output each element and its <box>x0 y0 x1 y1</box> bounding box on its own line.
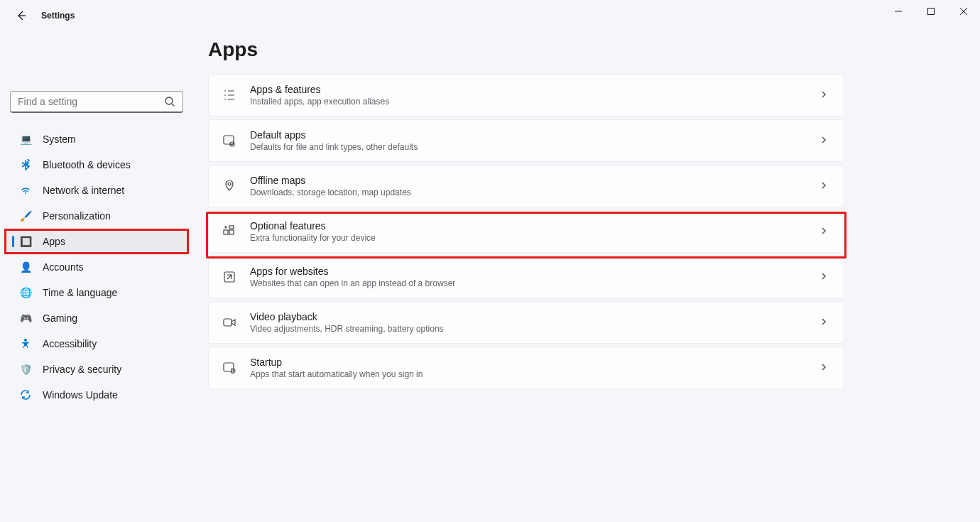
panel-startup[interactable]: StartupApps that start automatically whe… <box>208 347 844 389</box>
sidebar-item-icon: 🔲 <box>18 234 33 249</box>
settings-panel-list: Apps & featuresInstalled apps, app execu… <box>208 74 844 392</box>
panel-description: Defaults for file and link types, other … <box>250 141 418 153</box>
sidebar-item-gaming[interactable]: 🎮Gaming <box>4 305 189 331</box>
panel-apps-features[interactable]: Apps & featuresInstalled apps, app execu… <box>208 74 844 116</box>
chevron-right-icon <box>820 271 828 283</box>
sidebar-item-label: Network & internet <box>43 185 124 196</box>
svg-point-5 <box>228 183 231 185</box>
chevron-right-icon <box>820 361 828 374</box>
video-playback-icon <box>222 315 237 330</box>
apps-features-icon <box>222 87 237 103</box>
sidebar-item-accessibility[interactable]: Accessibility <box>4 331 189 357</box>
chevron-right-icon <box>820 225 828 238</box>
panel-description: Apps that start automatically when you s… <box>250 369 423 380</box>
panel-text: StartupApps that start automatically whe… <box>250 356 423 380</box>
offline-maps-icon <box>222 178 237 194</box>
panel-offline-maps[interactable]: Offline mapsDownloads, storage location,… <box>208 165 844 207</box>
startup-icon <box>222 360 237 376</box>
panel-text: Optional featuresExtra functionality for… <box>250 219 376 244</box>
panel-text: Offline mapsDownloads, storage location,… <box>250 174 411 198</box>
minimize-button[interactable] <box>882 0 915 23</box>
panel-text: Apps for websitesWebsites that can open … <box>250 265 455 289</box>
sidebar-nav: 💻SystemBluetooth & devicesNetwork & inte… <box>4 126 189 408</box>
window-controls <box>882 0 980 23</box>
optional-features-icon <box>222 224 237 239</box>
sidebar-item-bluetooth-devices[interactable]: Bluetooth & devices <box>4 152 189 178</box>
svg-point-2 <box>24 339 27 342</box>
panel-description: Downloads, storage location, map updates <box>250 187 411 198</box>
page-title: Apps <box>208 38 258 61</box>
panel-title: Default apps <box>250 129 418 141</box>
apps-websites-icon <box>222 269 237 285</box>
panel-title: Video playback <box>250 310 444 323</box>
sidebar-item-privacy-security[interactable]: 🛡️Privacy & security <box>4 357 189 382</box>
svg-rect-3 <box>224 136 234 144</box>
panel-default-apps[interactable]: Default appsDefaults for file and link t… <box>208 119 844 162</box>
svg-rect-7 <box>229 230 234 234</box>
sidebar-item-label: Windows Update <box>43 389 118 401</box>
sidebar-item-label: Gaming <box>43 312 77 324</box>
sidebar-item-label: System <box>43 134 76 145</box>
svg-rect-9 <box>229 226 234 229</box>
chevron-right-icon <box>820 134 828 147</box>
sidebar-item-label: Apps <box>43 236 65 247</box>
arrow-left-icon <box>16 10 27 21</box>
sidebar-item-system[interactable]: 💻System <box>4 126 189 152</box>
sidebar-item-label: Privacy & security <box>43 364 121 375</box>
sidebar-item-icon <box>18 337 33 351</box>
chevron-right-icon <box>820 316 828 329</box>
panel-title: Optional features <box>250 219 376 232</box>
search-input[interactable] <box>10 91 183 113</box>
panel-apps-websites[interactable]: Apps for websitesWebsites that can open … <box>208 256 844 298</box>
svg-rect-6 <box>224 230 228 234</box>
sidebar-item-label: Accessibility <box>43 338 97 349</box>
panel-text: Video playbackVideo adjustments, HDR str… <box>250 310 444 335</box>
default-apps-icon <box>222 133 237 148</box>
sidebar-item-icon <box>18 183 33 197</box>
sidebar-item-icon: 🛡️ <box>18 362 33 376</box>
search-field[interactable] <box>18 96 164 107</box>
sidebar-item-windows-update[interactable]: Windows Update <box>4 382 189 408</box>
sidebar-item-time-language[interactable]: 🌐Time & language <box>4 280 189 305</box>
svg-rect-11 <box>224 319 232 326</box>
panel-text: Apps & featuresInstalled apps, app execu… <box>250 83 389 107</box>
sidebar-item-label: Bluetooth & devices <box>43 159 131 170</box>
close-button[interactable] <box>947 0 980 23</box>
sidebar-item-label: Personalization <box>43 210 111 222</box>
minimize-icon <box>895 8 902 15</box>
sidebar-item-label: Time & language <box>43 287 117 298</box>
sidebar-item-icon <box>18 388 33 402</box>
chevron-right-icon <box>820 180 828 192</box>
sidebar-item-apps[interactable]: 🔲Apps <box>4 229 189 254</box>
maximize-button[interactable] <box>915 0 947 23</box>
maximize-icon <box>927 8 935 15</box>
sidebar-item-icon: 💻 <box>18 132 33 146</box>
sidebar-item-personalization[interactable]: 🖌️Personalization <box>4 203 189 229</box>
panel-video-playback[interactable]: Video playbackVideo adjustments, HDR str… <box>208 301 844 344</box>
svg-point-1 <box>165 97 173 104</box>
panel-title: Offline maps <box>250 174 411 187</box>
panel-title: Apps for websites <box>250 265 455 278</box>
back-button[interactable] <box>10 4 33 27</box>
panel-description: Websites that can open in an app instead… <box>250 278 455 289</box>
chevron-right-icon <box>820 89 828 102</box>
sidebar-item-icon <box>18 158 33 172</box>
search-icon <box>164 96 175 107</box>
selection-indicator <box>12 236 14 247</box>
panel-description: Installed apps, app execution aliases <box>250 96 389 107</box>
sidebar-item-icon: 🎮 <box>18 311 33 325</box>
panel-text: Default appsDefaults for file and link t… <box>250 129 418 153</box>
panel-title: Apps & features <box>250 83 389 96</box>
svg-rect-0 <box>928 9 935 15</box>
app-title: Settings <box>41 11 75 21</box>
sidebar-item-icon: 🖌️ <box>18 209 33 223</box>
sidebar-item-icon: 👤 <box>18 260 33 274</box>
sidebar-item-network-internet[interactable]: Network & internet <box>4 178 189 203</box>
sidebar-item-accounts[interactable]: 👤Accounts <box>4 254 189 280</box>
close-icon <box>960 8 967 15</box>
panel-description: Extra functionality for your device <box>250 232 376 244</box>
panel-description: Video adjustments, HDR streaming, batter… <box>250 323 444 335</box>
panel-optional-features[interactable]: Optional featuresExtra functionality for… <box>208 210 844 253</box>
title-bar: Settings <box>0 0 980 31</box>
sidebar-item-label: Accounts <box>43 261 84 273</box>
